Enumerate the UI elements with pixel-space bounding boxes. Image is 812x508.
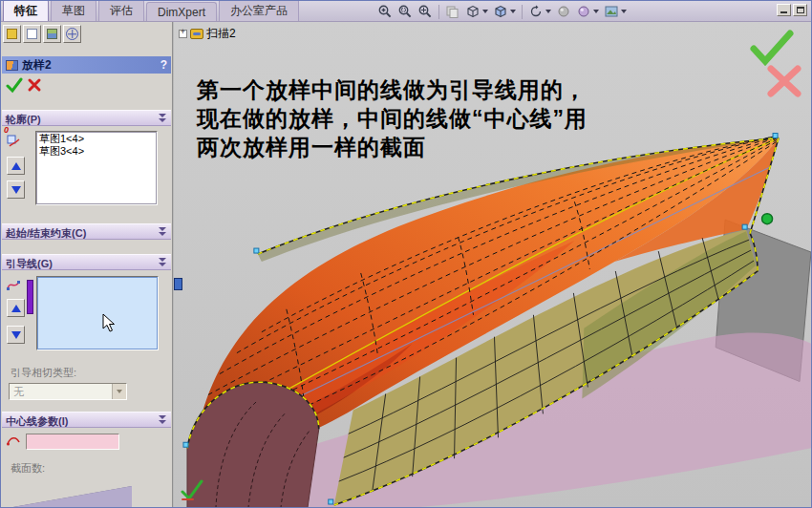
confirm-ok-icon[interactable]: [750, 30, 794, 66]
guide-curves-icon: [6, 278, 21, 293]
annotation-line: 第一个放样中间的线做为引导线用的，: [197, 75, 588, 104]
hide-show-items-icon[interactable]: [554, 3, 573, 20]
window-controls: [777, 4, 807, 16]
app-window: 特征 草图 评估 DimXpert 办公室产品: [0, 0, 812, 508]
guide-endpoint-dot[interactable]: [762, 214, 773, 224]
selection-color-bar: [27, 280, 33, 314]
section-label-start-end: 起始/结束约束(C): [6, 227, 86, 239]
appearances-icon[interactable]: [574, 3, 601, 20]
guide-curves-listbox[interactable]: [36, 276, 159, 350]
centerline-selection-field[interactable]: [26, 434, 119, 450]
loft-feature-icon: [6, 60, 18, 71]
guide-tangency-label: 引导相切类型:: [11, 366, 76, 380]
zoom-area-icon[interactable]: [395, 3, 415, 20]
sweep-feature-icon: [190, 29, 203, 39]
move-down-button[interactable]: [7, 326, 25, 344]
section-header-guide-curves[interactable]: 引导线(G): [2, 254, 171, 270]
chevron-icon: [159, 227, 166, 237]
rotate-view-icon[interactable]: [526, 3, 553, 20]
chevron-icon: [159, 415, 166, 425]
appearances-dropdown-icon[interactable]: [593, 10, 599, 13]
tab-office-products[interactable]: 办公室产品: [219, 0, 299, 21]
display-style-dropdown-icon[interactable]: [510, 10, 516, 13]
zoom-in-out-icon[interactable]: [375, 3, 395, 20]
section-label-centerline: 中心线参数(I): [6, 415, 68, 427]
toolbar-separator: [522, 5, 523, 19]
move-up-button[interactable]: [7, 157, 25, 175]
section-label-guide-curves: 引导线(G): [6, 258, 53, 269]
tab-evaluate[interactable]: 评估: [98, 0, 144, 21]
move-down-button[interactable]: [7, 180, 25, 199]
reference-triad-icon: [180, 476, 204, 503]
chevron-icon: [159, 114, 166, 123]
annotation-line: 现在做的放样，中间的线做“中心线”用: [197, 104, 588, 133]
property-manager-actions: [6, 76, 42, 94]
tab-sketch[interactable]: 草图: [51, 0, 96, 21]
dimxpert-manager-tab-icon[interactable]: [43, 25, 61, 43]
zoom-fit-icon[interactable]: [416, 3, 435, 20]
section-header-profiles[interactable]: 轮廓(P): [2, 110, 171, 126]
section-count-slider[interactable]: [8, 486, 132, 508]
cancel-icon[interactable]: [27, 77, 42, 93]
previous-view-icon[interactable]: [443, 3, 462, 20]
minimize-button[interactable]: [777, 4, 791, 16]
feature-tree-overlay: 扫描2: [179, 26, 236, 42]
confirm-cancel-icon[interactable]: [765, 64, 803, 98]
graphics-area[interactable]: 扫描2 第一个放样中间的线做为引导线用的， 现在做的放样，中间的线做“中心线”用…: [173, 22, 811, 507]
view-toolbar: [375, 3, 629, 20]
dropdown-arrow-icon[interactable]: [112, 384, 126, 399]
profiles-icon: [6, 134, 21, 149]
ok-icon[interactable]: [6, 76, 23, 94]
section-header-start-end-constraints[interactable]: 起始/结束约束(C): [2, 223, 171, 240]
tab-dimxpert[interactable]: DimXpert: [146, 2, 217, 21]
guide-tangency-value: 无: [10, 385, 112, 399]
profiles-listbox[interactable]: 草图1<4> 草图3<4>: [35, 131, 158, 205]
chevron-icon: [159, 258, 166, 267]
display-manager-tab-icon[interactable]: [63, 25, 81, 43]
list-item[interactable]: 草图1<4>: [36, 133, 157, 145]
guide-tangency-dropdown[interactable]: 无: [9, 383, 127, 400]
rotate-view-dropdown-icon[interactable]: [545, 10, 551, 13]
section-count-label: 截面数:: [11, 461, 45, 476]
panel-splitter-handle[interactable]: [174, 278, 182, 290]
apply-scene-dropdown-icon[interactable]: [621, 10, 627, 13]
property-manager-header: 放样2 ?: [2, 56, 171, 74]
restore-button[interactable]: [793, 4, 807, 16]
property-manager-title: 放样2: [22, 57, 52, 74]
display-style-icon[interactable]: [491, 3, 518, 20]
property-manager-panel: 放样2 ? 轮廓(P) 0 草图1<4> 草图3<4>: [1, 22, 173, 507]
view-orientation-dropdown-icon[interactable]: [482, 10, 488, 13]
feature-tree-item-label[interactable]: 扫描2: [206, 26, 236, 42]
command-manager-tabbar: 特征 草图 评估 DimXpert 办公室产品: [1, 1, 811, 22]
section-header-centerline-params[interactable]: 中心线参数(I): [2, 412, 171, 428]
centerline-icon: [6, 433, 21, 448]
annotation-text: 第一个放样中间的线做为引导线用的， 现在做的放样，中间的线做“中心线”用 两次放…: [197, 75, 588, 161]
mouse-cursor-icon: [102, 313, 116, 332]
tab-features[interactable]: 特征: [3, 0, 49, 21]
tree-expand-icon[interactable]: [179, 30, 187, 38]
annotation-line: 两次放样用一样的截面: [197, 133, 588, 161]
view-orientation-icon[interactable]: [463, 3, 490, 20]
section-label-profiles: 轮廓(P): [6, 114, 41, 125]
move-up-button[interactable]: [7, 299, 25, 317]
manager-pane-tabs: [3, 25, 81, 43]
help-button[interactable]: ?: [160, 58, 167, 72]
configuration-manager-tab-icon[interactable]: [23, 25, 41, 43]
toolbar-separator: [438, 5, 439, 19]
property-manager-tab-icon[interactable]: [3, 25, 21, 43]
list-item[interactable]: 草图3<4>: [36, 145, 157, 158]
apply-scene-icon[interactable]: [602, 3, 629, 20]
